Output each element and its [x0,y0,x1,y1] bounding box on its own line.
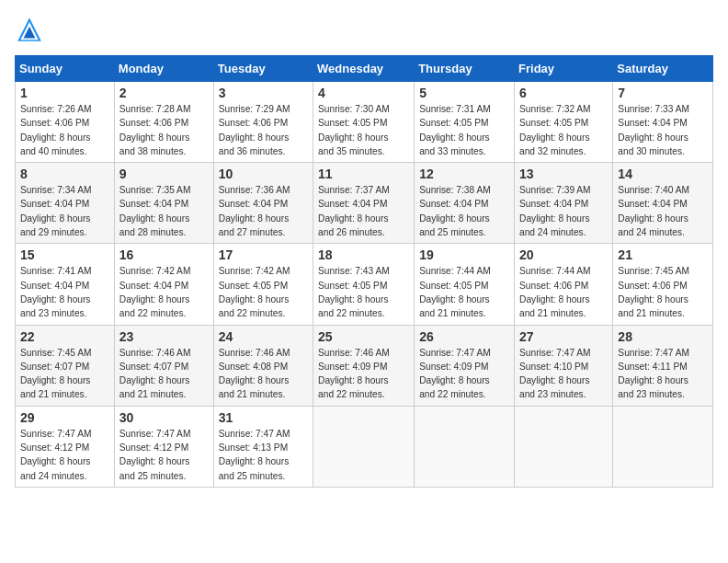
day-number: 3 [219,86,308,100]
day-number: 7 [618,86,708,100]
calendar-cell: 7Sunrise: 7:33 AM Sunset: 4:04 PM Daylig… [613,82,713,163]
header-sunday: Sunday [16,56,115,82]
day-info: Sunrise: 7:35 AM Sunset: 4:04 PM Dayligh… [119,183,209,239]
day-info: Sunrise: 7:47 AM Sunset: 4:13 PM Dayligh… [219,427,308,483]
day-number: 17 [219,247,308,262]
calendar-cell: 5Sunrise: 7:31 AM Sunset: 4:05 PM Daylig… [415,82,515,163]
calendar-cell: 17Sunrise: 7:42 AM Sunset: 4:05 PM Dayli… [213,244,313,325]
day-number: 4 [318,86,409,100]
day-info: Sunrise: 7:42 AM Sunset: 4:04 PM Dayligh… [119,264,209,320]
logo [15,15,48,44]
day-number: 15 [20,247,109,262]
calendar-cell: 14Sunrise: 7:40 AM Sunset: 4:04 PM Dayli… [613,163,713,244]
day-number: 29 [20,410,109,425]
week-row-1: 1Sunrise: 7:26 AM Sunset: 4:06 PM Daylig… [16,82,713,163]
calendar-cell: 16Sunrise: 7:42 AM Sunset: 4:04 PM Dayli… [114,244,213,325]
day-number: 18 [318,247,409,262]
calendar: SundayMondayTuesdayWednesdayThursdayFrid… [15,55,713,488]
calendar-cell: 26Sunrise: 7:47 AM Sunset: 4:09 PM Dayli… [415,325,515,406]
header-friday: Friday [515,56,613,82]
day-number: 9 [119,167,209,181]
day-number: 5 [419,86,509,100]
day-number: 11 [318,167,409,181]
day-number: 10 [219,167,308,181]
calendar-cell [415,406,515,487]
day-number: 25 [318,329,409,344]
calendar-cell: 13Sunrise: 7:39 AM Sunset: 4:04 PM Dayli… [515,163,613,244]
day-number: 13 [519,167,608,181]
calendar-cell: 11Sunrise: 7:37 AM Sunset: 4:04 PM Dayli… [313,163,415,244]
calendar-cell: 29Sunrise: 7:47 AM Sunset: 4:12 PM Dayli… [16,406,115,487]
day-info: Sunrise: 7:46 AM Sunset: 4:07 PM Dayligh… [119,346,209,402]
calendar-cell: 20Sunrise: 7:44 AM Sunset: 4:06 PM Dayli… [515,244,613,325]
day-info: Sunrise: 7:44 AM Sunset: 4:06 PM Dayligh… [519,264,608,320]
header-wednesday: Wednesday [313,56,415,82]
calendar-cell: 21Sunrise: 7:45 AM Sunset: 4:06 PM Dayli… [613,244,713,325]
day-number: 8 [20,167,109,181]
calendar-cell: 28Sunrise: 7:47 AM Sunset: 4:11 PM Dayli… [613,325,713,406]
calendar-cell: 25Sunrise: 7:46 AM Sunset: 4:09 PM Dayli… [313,325,415,406]
calendar-cell [613,406,713,487]
week-row-2: 8Sunrise: 7:34 AM Sunset: 4:04 PM Daylig… [16,163,713,244]
calendar-cell [313,406,415,487]
day-info: Sunrise: 7:31 AM Sunset: 4:05 PM Dayligh… [419,102,509,158]
day-info: Sunrise: 7:46 AM Sunset: 4:08 PM Dayligh… [219,346,308,402]
day-info: Sunrise: 7:26 AM Sunset: 4:06 PM Dayligh… [20,102,109,158]
day-info: Sunrise: 7:29 AM Sunset: 4:06 PM Dayligh… [219,102,308,158]
day-info: Sunrise: 7:43 AM Sunset: 4:05 PM Dayligh… [318,264,409,320]
calendar-cell: 24Sunrise: 7:46 AM Sunset: 4:08 PM Dayli… [213,325,313,406]
day-info: Sunrise: 7:47 AM Sunset: 4:11 PM Dayligh… [618,346,708,402]
day-number: 1 [20,86,109,100]
day-number: 16 [119,247,209,262]
calendar-cell: 9Sunrise: 7:35 AM Sunset: 4:04 PM Daylig… [114,163,213,244]
day-number: 28 [618,329,708,344]
calendar-header-row: SundayMondayTuesdayWednesdayThursdayFrid… [16,56,713,82]
day-info: Sunrise: 7:34 AM Sunset: 4:04 PM Dayligh… [20,183,109,239]
day-number: 24 [219,329,308,344]
calendar-cell: 31Sunrise: 7:47 AM Sunset: 4:13 PM Dayli… [213,406,313,487]
calendar-cell: 1Sunrise: 7:26 AM Sunset: 4:06 PM Daylig… [16,82,115,163]
calendar-cell: 10Sunrise: 7:36 AM Sunset: 4:04 PM Dayli… [213,163,313,244]
day-number: 20 [519,247,608,262]
day-info: Sunrise: 7:47 AM Sunset: 4:12 PM Dayligh… [20,427,109,483]
calendar-cell: 4Sunrise: 7:30 AM Sunset: 4:05 PM Daylig… [313,82,415,163]
header-saturday: Saturday [613,56,713,82]
header-tuesday: Tuesday [213,56,313,82]
calendar-cell: 3Sunrise: 7:29 AM Sunset: 4:06 PM Daylig… [213,82,313,163]
calendar-cell: 19Sunrise: 7:44 AM Sunset: 4:05 PM Dayli… [415,244,515,325]
calendar-cell: 30Sunrise: 7:47 AM Sunset: 4:12 PM Dayli… [114,406,213,487]
week-row-3: 15Sunrise: 7:41 AM Sunset: 4:04 PM Dayli… [16,244,713,325]
day-number: 6 [519,86,608,100]
logo-icon [15,15,44,44]
day-info: Sunrise: 7:47 AM Sunset: 4:10 PM Dayligh… [519,346,608,402]
week-row-4: 22Sunrise: 7:45 AM Sunset: 4:07 PM Dayli… [16,325,713,406]
day-number: 14 [618,167,708,181]
day-info: Sunrise: 7:45 AM Sunset: 4:06 PM Dayligh… [618,264,708,320]
day-number: 23 [119,329,209,344]
day-info: Sunrise: 7:30 AM Sunset: 4:05 PM Dayligh… [318,102,409,158]
day-info: Sunrise: 7:39 AM Sunset: 4:04 PM Dayligh… [519,183,608,239]
calendar-cell: 12Sunrise: 7:38 AM Sunset: 4:04 PM Dayli… [415,163,515,244]
calendar-cell [515,406,613,487]
day-info: Sunrise: 7:47 AM Sunset: 4:09 PM Dayligh… [419,346,509,402]
day-number: 31 [219,410,308,425]
day-info: Sunrise: 7:37 AM Sunset: 4:04 PM Dayligh… [318,183,409,239]
page-header [15,15,713,44]
day-number: 30 [119,410,209,425]
day-info: Sunrise: 7:36 AM Sunset: 4:04 PM Dayligh… [219,183,308,239]
day-number: 22 [20,329,109,344]
header-thursday: Thursday [415,56,515,82]
day-info: Sunrise: 7:40 AM Sunset: 4:04 PM Dayligh… [618,183,708,239]
day-info: Sunrise: 7:38 AM Sunset: 4:04 PM Dayligh… [419,183,509,239]
day-info: Sunrise: 7:33 AM Sunset: 4:04 PM Dayligh… [618,102,708,158]
day-number: 27 [519,329,608,344]
calendar-cell: 18Sunrise: 7:43 AM Sunset: 4:05 PM Dayli… [313,244,415,325]
day-number: 12 [419,167,509,181]
day-number: 26 [419,329,509,344]
calendar-cell: 8Sunrise: 7:34 AM Sunset: 4:04 PM Daylig… [16,163,115,244]
calendar-cell: 6Sunrise: 7:32 AM Sunset: 4:05 PM Daylig… [515,82,613,163]
header-monday: Monday [114,56,213,82]
day-info: Sunrise: 7:47 AM Sunset: 4:12 PM Dayligh… [119,427,209,483]
calendar-cell: 2Sunrise: 7:28 AM Sunset: 4:06 PM Daylig… [114,82,213,163]
day-info: Sunrise: 7:44 AM Sunset: 4:05 PM Dayligh… [419,264,509,320]
